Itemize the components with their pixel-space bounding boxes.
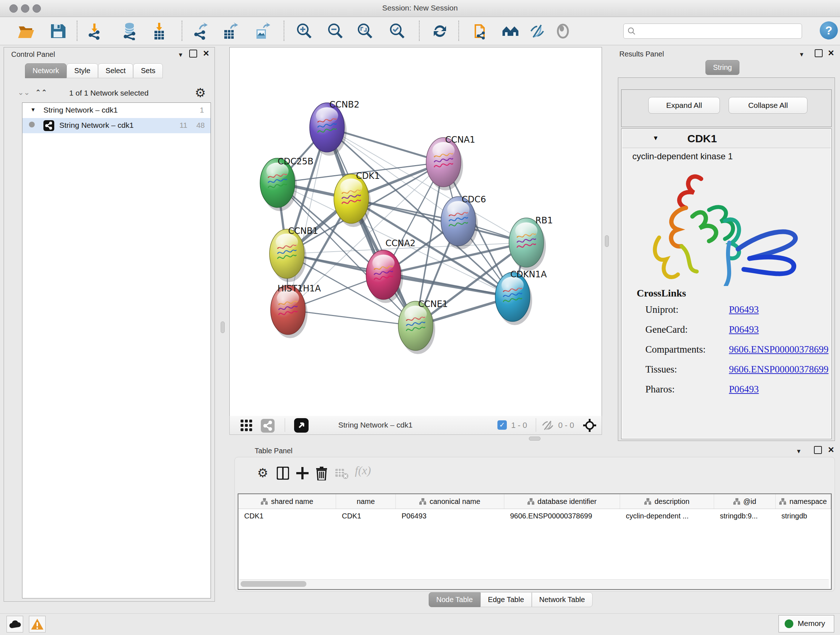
string-network-graph[interactable]: CCNB2CCNA1CDC25BCDK1CDC6RB1CCNB1CCNA2CDK… — [230, 48, 602, 416]
tab-sets[interactable]: Sets — [133, 63, 163, 78]
close-panel-icon[interactable]: ✕ — [828, 445, 834, 455]
node-CCNE1[interactable]: CCNE1 — [398, 299, 448, 354]
add-column-icon[interactable] — [296, 467, 309, 480]
tab-select[interactable]: Select — [98, 63, 134, 78]
node-CCNB1[interactable]: CCNB1 — [270, 226, 318, 282]
zoom-fit-icon[interactable] — [356, 22, 374, 40]
show-columns-icon[interactable] — [277, 467, 289, 480]
search-input[interactable] — [623, 24, 802, 39]
export-network-icon[interactable] — [192, 22, 210, 40]
node-details-header[interactable]: ▼ CDK1 — [622, 130, 831, 148]
help-icon[interactable]: ? — [820, 21, 838, 40]
export-image-icon[interactable] — [254, 22, 272, 40]
table-cell[interactable]: P06493 — [396, 509, 504, 524]
crosslink-link[interactable]: P06493 — [729, 304, 759, 315]
tab-style[interactable]: Style — [66, 63, 98, 78]
warning-status-button[interactable] — [29, 616, 46, 632]
close-panel-icon[interactable]: ✕ — [203, 49, 210, 58]
crosshair-icon[interactable] — [583, 418, 597, 432]
column-header-namespace[interactable]: namespace — [775, 494, 831, 509]
import-database-icon[interactable] — [120, 22, 139, 40]
zoom-in-icon[interactable] — [295, 22, 313, 40]
node-table[interactable]: shared namenamecanonical namedatabase id… — [238, 494, 832, 590]
node-CCNA1[interactable]: CCNA1 — [426, 135, 475, 190]
first-neighbors-icon[interactable] — [501, 22, 519, 40]
import-network-icon[interactable] — [85, 22, 103, 40]
table-cell[interactable]: CDK1 — [336, 509, 396, 524]
float-panel-icon[interactable] — [814, 446, 822, 454]
bottom-splitter-handle[interactable] — [529, 437, 540, 440]
edge-CCNE1-CCNB2[interactable] — [327, 127, 416, 326]
table-cell[interactable]: stringdb:9... — [714, 509, 775, 524]
node-CDC6[interactable]: CDC6 — [441, 195, 486, 249]
column-header-at-id[interactable]: @id — [714, 494, 775, 509]
crosslink-link[interactable]: 9606.ENSP00000378699 — [729, 364, 829, 375]
left-splitter-handle[interactable] — [221, 321, 225, 333]
tab-node-table[interactable]: Node Table — [429, 592, 480, 607]
selected-checkbox-icon[interactable]: ✓ — [497, 420, 507, 430]
hide-selected-icon[interactable] — [528, 22, 546, 40]
node-CCNB2[interactable]: CCNB2 — [309, 100, 360, 156]
right-splitter-handle[interactable] — [605, 235, 609, 247]
table-cell[interactable]: stringdb — [775, 509, 831, 524]
table-row[interactable]: CDK1CDK1P064939606.ENSP00000378699cyclin… — [238, 509, 831, 524]
float-panel-icon[interactable] — [189, 50, 197, 57]
column-header-database-identifier[interactable]: database identifier — [504, 494, 620, 509]
panel-menu-icon[interactable]: ▼ — [796, 448, 802, 455]
node-RB1[interactable]: RB1 — [509, 215, 553, 271]
zoom-selected-icon[interactable] — [388, 22, 406, 40]
expand-all-button[interactable]: Expand All — [648, 97, 720, 114]
column-header-label: @id — [744, 497, 756, 506]
collapse-triangle-icon[interactable]: ▼ — [653, 135, 659, 142]
node-CDK1[interactable]: CDK1 — [334, 171, 380, 227]
tab-network-table[interactable]: Network Table — [532, 592, 592, 607]
column-header-name[interactable]: name — [336, 494, 396, 509]
node-HIST1H1A[interactable]: HIST1H1A — [271, 283, 321, 338]
column-header-shared-name[interactable]: shared name — [238, 494, 336, 509]
table-cell[interactable]: 9606.ENSP00000378699 — [504, 509, 620, 524]
column-header-canonical-name[interactable]: canonical name — [396, 494, 504, 509]
node-CDC25B[interactable]: CDC25B — [260, 157, 314, 211]
tab-edge-table[interactable]: Edge Table — [480, 592, 532, 607]
column-header-description[interactable]: description — [620, 494, 714, 509]
crosslink-link[interactable]: P06493 — [729, 384, 759, 395]
float-panel-icon[interactable] — [815, 49, 823, 57]
gear-icon[interactable]: ⚙ — [195, 87, 206, 99]
export-table-icon[interactable] — [221, 22, 240, 40]
collapse-triangle-icon[interactable]: ▼ — [30, 106, 36, 112]
table-cell[interactable]: CDK1 — [238, 509, 336, 524]
birds-eye-view-icon[interactable] — [294, 418, 309, 432]
table-cell[interactable]: cyclin-dependent ... — [620, 509, 714, 524]
table-settings-gear-icon[interactable]: ⚙ — [257, 467, 268, 479]
memory-button[interactable]: Memory — [778, 615, 834, 632]
open-session-icon[interactable] — [17, 22, 35, 40]
crosslink-link[interactable]: 9606.ENSP00000378699 — [729, 344, 829, 355]
refresh-icon[interactable] — [431, 22, 449, 40]
network-from-selection-icon[interactable] — [472, 22, 490, 40]
collapse-all-button[interactable]: Collapse All — [729, 97, 807, 114]
tab-string[interactable]: String — [706, 60, 739, 75]
memory-label: Memory — [798, 619, 825, 628]
edge-CCNB2-HIST1H1A[interactable] — [288, 127, 327, 310]
crosslink-link[interactable]: P06493 — [729, 324, 759, 335]
import-table-icon[interactable] — [150, 22, 168, 40]
show-all-icon[interactable] — [554, 22, 572, 40]
scrollbar-thumb[interactable] — [240, 581, 306, 587]
zoom-out-icon[interactable] — [326, 22, 344, 40]
panel-menu-icon[interactable]: ▼ — [178, 52, 183, 58]
grid-view-icon[interactable] — [240, 420, 253, 431]
crosslinks-section: CrossLinks Uniprot:P06493GeneCard:P06493… — [637, 287, 825, 399]
cloud-status-button[interactable] — [6, 616, 23, 632]
close-panel-icon[interactable]: ✕ — [828, 49, 834, 58]
node-CDKN1A[interactable]: CDKN1A — [495, 269, 547, 325]
delete-column-icon[interactable] — [316, 467, 327, 480]
save-session-icon[interactable] — [49, 22, 67, 40]
tab-network[interactable]: Network — [25, 63, 66, 78]
network-collection-row[interactable]: ▼ String Network – cdk1 1 — [22, 103, 210, 118]
panel-menu-icon[interactable]: ▼ — [799, 51, 805, 58]
title-bar: Session: New Session — [0, 0, 840, 17]
network-canvas[interactable]: CCNB2CCNA1CDC25BCDK1CDC6RB1CCNB1CCNA2CDK… — [229, 47, 602, 416]
network-row-selected[interactable]: String Network – cdk1 11 48 — [22, 118, 210, 133]
horizontal-scrollbar[interactable] — [239, 579, 829, 588]
share-view-icon[interactable] — [261, 419, 275, 432]
